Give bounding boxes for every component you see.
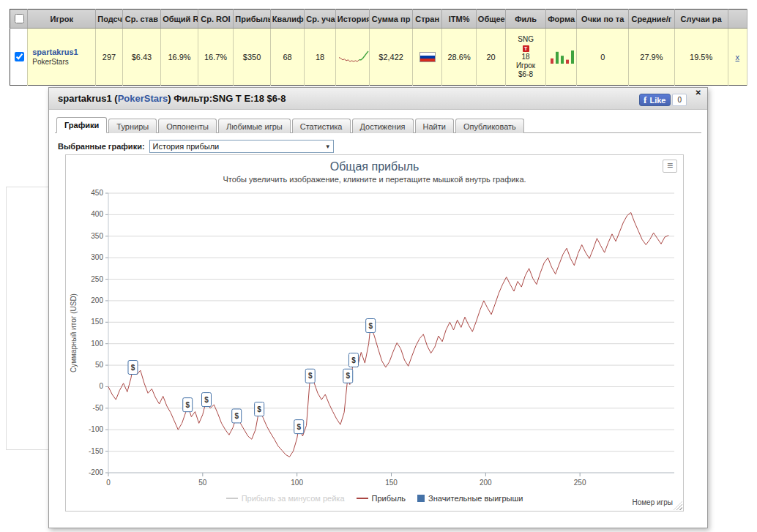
selected-graph-value: История прибыли (153, 142, 220, 151)
column-header-16[interactable]: Очки по та (577, 10, 629, 29)
cell-itm: 28.6% (442, 29, 477, 86)
significant-win-marker[interactable]: $ (183, 398, 193, 412)
facebook-like-button[interactable]: fLike 0 (639, 94, 687, 106)
select-all-checkbox[interactable] (15, 14, 24, 23)
graph-type-select[interactable]: История прибыли ▼ (149, 140, 334, 153)
svg-text:100: 100 (91, 340, 103, 348)
pokerstars-link[interactable]: PokerStars (118, 93, 168, 104)
significant-win-marker[interactable]: $ (128, 361, 138, 375)
hamburger-menu-icon[interactable]: ≡ (663, 160, 677, 173)
column-header-18[interactable]: Случаи ра (674, 10, 728, 29)
chart-panel: Общая прибыль Чтобы увеличить изображени… (65, 154, 684, 512)
tab-Опубликовать[interactable]: Опубликовать (455, 119, 524, 133)
significant-win-marker[interactable]: $ (294, 420, 304, 434)
legend-label: Прибыль (372, 494, 406, 503)
column-header-4[interactable]: Общий ROI (161, 10, 198, 29)
significant-win-marker[interactable]: $ (305, 369, 315, 383)
filter-line-3: Игрок (507, 61, 544, 70)
svg-text:-100: -100 (89, 425, 103, 433)
background-panel (6, 187, 48, 450)
cell-cases: 19.5% (674, 29, 728, 86)
legend-item-rake[interactable]: Прибыль за минусом рейка (226, 494, 345, 503)
legend-line-icon (357, 498, 368, 499)
column-header-7[interactable]: Квалиф (270, 10, 305, 29)
chart-legend: Прибыль за минусом рейкаПрибыльЗначитель… (66, 494, 683, 503)
significant-win-marker[interactable]: $ (232, 409, 242, 423)
significant-win-marker[interactable]: $ (343, 369, 353, 383)
column-header-3[interactable]: Ср. став (122, 10, 161, 29)
legend-line-icon (226, 498, 238, 499)
tab-Статистика[interactable]: Статистика (292, 119, 351, 133)
column-header-9[interactable]: История г (335, 10, 370, 29)
player-name-link[interactable]: spartakrus1 (32, 48, 78, 56)
svg-text:$: $ (257, 405, 261, 413)
tab-Оппоненты[interactable]: Оппоненты (158, 119, 217, 133)
significant-win-marker[interactable]: $ (366, 319, 376, 333)
popup-title: spartakrus1 (PokerStars) Фильтр:SNG Т Е:… (58, 93, 286, 104)
close-icon[interactable]: ✕ (696, 89, 701, 97)
column-header-2[interactable]: Подсч (96, 10, 122, 29)
column-header-11[interactable]: Стран (412, 10, 441, 29)
player-site-label: PokerStars (32, 58, 94, 66)
column-header-12[interactable]: ITM% (442, 10, 477, 29)
player-stats-popup: spartakrus1 (PokerStars) Фильтр:SNG Т Е:… (48, 87, 708, 528)
column-header-14[interactable]: Филь (506, 10, 546, 29)
svg-text:$: $ (204, 396, 209, 404)
column-header-10[interactable]: Сумма пр (370, 10, 413, 29)
legend-item-wins[interactable]: Значительные выигрыши (417, 494, 523, 503)
cell-leaderboard-points: 0 (577, 29, 629, 86)
svg-text:-50: -50 (93, 404, 104, 412)
cell-form (545, 29, 576, 86)
cell-filter: SNG T 18 Игрок $6-8 (506, 29, 546, 86)
graph-select-row: Выбранные графики: История прибыли ▼ (58, 140, 707, 153)
column-header-15[interactable]: Форма (545, 10, 576, 29)
svg-text:$: $ (234, 412, 239, 420)
tab-Достижения[interactable]: Достижения (352, 119, 414, 133)
legend-item-profit[interactable]: Прибыль (357, 494, 406, 503)
tab-Графики[interactable]: Графики (56, 117, 107, 133)
tabs-bar: ГрафикиТурнирыОппонентыЛюбимые игрыСтати… (55, 117, 701, 133)
table-header-row: ИгрокПодсчСр. ставОбщий ROIСр. ROIПрибыл… (10, 10, 747, 29)
svg-text:$: $ (308, 372, 313, 380)
column-header-8[interactable]: Ср. уча (305, 10, 335, 29)
tab-Любимые игры[interactable]: Любимые игры (218, 119, 291, 133)
svg-text:450: 450 (91, 189, 103, 197)
facebook-like-inner[interactable]: fLike (639, 94, 671, 106)
column-header-17[interactable]: Средние/г (629, 10, 675, 29)
svg-text:$: $ (185, 401, 190, 409)
x-axis-title: Номер игры (632, 498, 673, 506)
svg-text:$: $ (346, 372, 350, 380)
player-select-checkbox[interactable] (15, 52, 24, 61)
popup-title-player: spartakrus1 ( (58, 93, 118, 104)
significant-win-marker[interactable]: $ (348, 353, 358, 367)
svg-text:150: 150 (91, 318, 103, 326)
filter-line-4: $6-8 (507, 70, 544, 79)
profit-chart-svg[interactable]: -200-150-100-500501001502002503003504004… (67, 189, 683, 496)
significant-win-marker[interactable]: $ (255, 402, 264, 416)
graph-select-label: Выбранные графики: (58, 142, 145, 151)
popup-header: spartakrus1 (PokerStars) Фильтр:SNG Т Е:… (49, 88, 707, 110)
svg-text:$: $ (131, 364, 135, 372)
column-header-1[interactable]: Игрок (28, 10, 96, 29)
tab-Найти[interactable]: Найти (415, 119, 454, 133)
svg-text:300: 300 (91, 253, 103, 261)
significant-win-marker[interactable]: $ (201, 393, 211, 407)
column-header-5[interactable]: Ср. ROI (198, 10, 234, 29)
remove-column-header (728, 10, 747, 29)
tab-Турниры[interactable]: Турниры (108, 119, 157, 133)
svg-text:250: 250 (574, 479, 586, 487)
svg-text:150: 150 (385, 479, 398, 487)
svg-text:Суммарный итог (USD): Суммарный итог (USD) (70, 293, 78, 372)
cell-country (412, 29, 441, 86)
cell-history (335, 29, 370, 86)
cell-total-prize: $2,422 (370, 29, 413, 86)
like-count: 0 (672, 94, 687, 106)
cell-player: spartakrus1 PokerStars (28, 29, 96, 86)
popup-title-filter: ) Фильтр:SNG Т Е:18 $6-8 (168, 93, 286, 104)
chart-footer: Прибыль за минусом рейкаПрибыльЗначитель… (66, 494, 683, 507)
form-bars-icon (548, 48, 577, 65)
remove-player-link[interactable]: x (736, 53, 740, 61)
column-header-6[interactable]: Прибыль (234, 10, 271, 29)
column-header-13[interactable]: Общее (476, 10, 505, 29)
cell-total-count: 20 (476, 29, 505, 86)
